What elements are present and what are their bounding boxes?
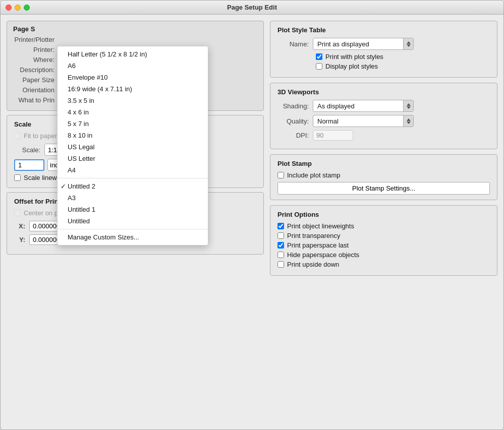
- dropdown-item-a4[interactable]: A4: [58, 164, 208, 176]
- shading-select[interactable]: As displayed: [313, 100, 414, 112]
- print-lineweights-checkbox[interactable]: [277, 223, 284, 229]
- what-to-print-label: What to Prin: [13, 96, 59, 104]
- scale-lineweights-checkbox[interactable]: [14, 174, 21, 181]
- dropdown-item-us-letter[interactable]: US Letter: [58, 153, 208, 164]
- print-lineweights-row: Print object lineweights: [277, 222, 490, 230]
- center-on-page-checkbox[interactable]: [14, 210, 21, 216]
- print-paperspace-last-checkbox[interactable]: [277, 242, 284, 249]
- name-row: Name: Print as displayed: [277, 38, 490, 50]
- description-label: Description:: [13, 66, 59, 74]
- dpi-input[interactable]: [313, 130, 353, 141]
- tri-up-icon: [407, 41, 411, 44]
- print-with-styles-checkbox[interactable]: [316, 53, 322, 60]
- printer-label: Printer:: [13, 46, 59, 53]
- quality-label: Quality:: [277, 117, 313, 125]
- dropdown-item-4x6[interactable]: 4 x 6 in: [58, 106, 208, 118]
- fit-to-paper-label: Fit to paper: [24, 132, 57, 140]
- include-stamp-label: Include plot stamp: [287, 171, 341, 179]
- y-offset-label: Y:: [14, 236, 29, 243]
- include-stamp-row: Include plot stamp: [277, 171, 490, 179]
- dropdown-item-half-letter[interactable]: Half Letter (5 1/2 x 8 1/2 in): [58, 48, 208, 60]
- print-transparency-checkbox[interactable]: [277, 232, 284, 239]
- viewports-section: 3D Viewports Shading: As displayed: [270, 83, 497, 149]
- dropdown-item-untitled2[interactable]: Untitled 2: [58, 180, 208, 192]
- page-section-title: Page S: [13, 25, 257, 33]
- plot-style-title: Plot Style Table: [277, 26, 490, 34]
- display-styles-row: Display plot styles: [316, 63, 490, 70]
- include-stamp-checkbox[interactable]: [277, 172, 284, 178]
- hide-paperspace-row: Hide paperspace objects: [277, 251, 490, 259]
- orientation-label: Orientation: [13, 86, 59, 94]
- main-content: Page S Printer/Plotter Printer: Where: D…: [1, 15, 503, 429]
- printer-plotter-row: Printer/Plotter: [13, 36, 257, 43]
- name-select[interactable]: Print as displayed: [313, 38, 414, 50]
- paper-size-dropdown: Half Letter (5 1/2 x 8 1/2 in) A6 Envelo…: [57, 46, 208, 245]
- dropdown-item-a3[interactable]: A3: [58, 192, 208, 204]
- quality-select-arrow[interactable]: [403, 115, 413, 127]
- window-title: Page Setup Edit: [227, 4, 277, 11]
- quality-tri-up-icon: [407, 118, 411, 121]
- print-lineweights-label: Print object lineweights: [287, 222, 354, 230]
- shading-label: Shading:: [277, 102, 313, 110]
- select-arrow-inner: [407, 41, 411, 47]
- plot-style-section: Plot Style Table Name: Print as displaye…: [270, 21, 497, 78]
- tri-down-icon: [407, 44, 411, 47]
- dropdown-separator-2: [58, 229, 208, 229]
- print-options-title: Print Options: [277, 211, 490, 218]
- name-value: Print as displayed: [313, 39, 403, 49]
- plot-stamp-title: Plot Stamp: [277, 160, 490, 167]
- hide-paperspace-checkbox[interactable]: [277, 252, 284, 258]
- dropdown-item-untitled[interactable]: Untitled: [58, 215, 208, 227]
- quality-arrow-inner: [407, 118, 411, 124]
- right-panel: Plot Style Table Name: Print as displaye…: [270, 21, 497, 423]
- maximize-button[interactable]: [24, 5, 30, 11]
- quality-value: Normal: [313, 116, 403, 127]
- print-upside-down-label: Print upside down: [287, 261, 339, 268]
- shading-row: Shading: As displayed: [277, 100, 490, 112]
- dropdown-item-manage[interactable]: Manage Custom Sizes...: [58, 231, 208, 243]
- print-options-section: Print Options Print object lineweights P…: [270, 205, 497, 276]
- minimize-button[interactable]: [15, 5, 21, 11]
- print-transparency-row: Print transparency: [277, 232, 490, 239]
- quality-select[interactable]: Normal: [313, 115, 414, 127]
- shading-value: As displayed: [313, 101, 403, 111]
- dropdown-item-8x10[interactable]: 8 x 10 in: [58, 130, 208, 141]
- display-styles-checkbox[interactable]: [316, 63, 322, 70]
- hide-paperspace-label: Hide paperspace objects: [287, 251, 359, 259]
- print-with-styles-label: Print with plot styles: [325, 53, 383, 60]
- dropdown-separator-1: [58, 178, 208, 178]
- dropdown-item-a6[interactable]: A6: [58, 60, 208, 72]
- shading-select-arrow[interactable]: [403, 100, 413, 111]
- fit-to-paper-checkbox[interactable]: [14, 133, 21, 139]
- shading-tri-down-icon: [407, 106, 411, 109]
- dropdown-item-3x5[interactable]: 3.5 x 5 in: [58, 95, 208, 106]
- dpi-row: DPI:: [277, 130, 490, 141]
- stamp-settings-button[interactable]: Plot Stamp Settings...: [277, 182, 490, 195]
- title-bar: Page Setup Edit: [1, 1, 503, 15]
- print-upside-down-checkbox[interactable]: [277, 261, 284, 268]
- display-styles-label: Display plot styles: [325, 63, 378, 70]
- dropdown-item-169wide[interactable]: 16:9 wide (4 x 7.11 in): [58, 83, 208, 95]
- traffic-lights: [6, 5, 30, 11]
- shading-arrow-inner: [407, 103, 411, 109]
- print-upside-down-row: Print upside down: [277, 261, 490, 268]
- print-with-styles-row: Print with plot styles: [316, 53, 490, 60]
- quality-row: Quality: Normal: [277, 115, 490, 127]
- x-offset-label: X:: [14, 222, 29, 230]
- dpi-label: DPI:: [277, 132, 313, 139]
- paper-size-label: Paper Size: [13, 76, 59, 84]
- print-transparency-label: Print transparency: [287, 232, 341, 239]
- close-button[interactable]: [6, 5, 12, 11]
- plot-stamp-section: Plot Stamp Include plot stamp Plot Stamp…: [270, 154, 497, 200]
- scale-label: Scale:: [14, 146, 44, 154]
- dropdown-item-us-legal[interactable]: US Legal: [58, 141, 208, 153]
- window: Page Setup Edit Page S Printer/Plotter P…: [0, 0, 504, 430]
- dropdown-item-envelope10[interactable]: Envelope #10: [58, 72, 208, 83]
- scale-num-input[interactable]: [14, 159, 44, 171]
- quality-tri-down-icon: [407, 121, 411, 124]
- name-label: Name:: [277, 40, 313, 48]
- name-select-arrow[interactable]: [403, 38, 413, 49]
- dropdown-item-untitled1[interactable]: Untitled 1: [58, 204, 208, 215]
- dropdown-item-5x7[interactable]: 5 x 7 in: [58, 118, 208, 130]
- print-paperspace-last-row: Print paperspace last: [277, 241, 490, 249]
